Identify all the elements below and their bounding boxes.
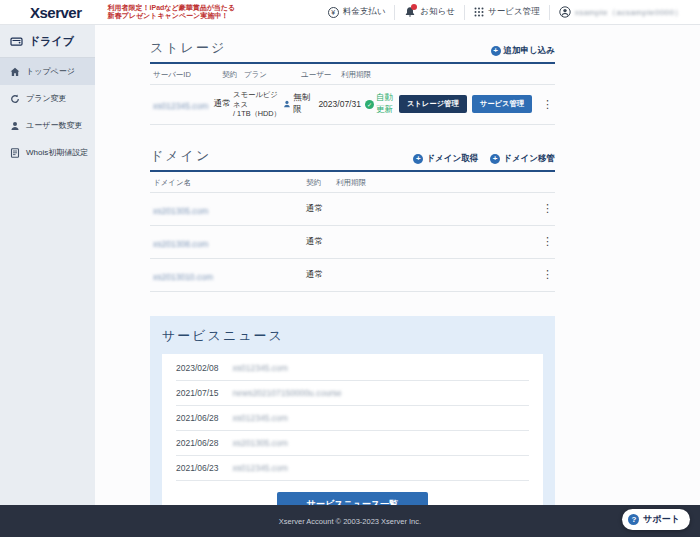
kebab-menu-icon[interactable]: ⋮ — [540, 236, 555, 247]
news-item: 2023/02/08 xs012345.com — [176, 356, 529, 381]
contract-value: 通常 — [306, 203, 336, 215]
contract-value: 通常 — [214, 98, 233, 110]
news-link[interactable]: news202107150000u.course — [233, 388, 342, 398]
service-manage-button[interactable]: サービス管理 — [472, 95, 532, 113]
domain-section: ドメイン + ドメイン取得 + ドメイン移管 ドメイン名 契約 利用期限 xs2… — [150, 147, 555, 292]
header-nav: ¥ 料金支払い お知らせ サービス管理 xsample（acsample0000… — [319, 0, 692, 24]
news-item: 2021/06/28 xs012345.com — [176, 406, 529, 431]
top-header: Xserver 利用者限定！iPadなど豪華賞品が当たる 新春プレゼントキャンペ… — [0, 0, 700, 25]
drive-icon — [10, 35, 23, 48]
news-link[interactable]: xs012345.com — [233, 413, 288, 423]
account-name-redacted: xsample（acsample0000） — [575, 7, 683, 18]
col-expire: 利用期限 — [336, 178, 366, 188]
document-icon — [10, 148, 20, 158]
news-link[interactable]: xs012345.com — [233, 463, 288, 473]
col-contract: 契約 — [306, 178, 336, 188]
domain-name-link[interactable]: xs201308.com — [153, 239, 208, 249]
domain-get-label: ドメイン取得 — [426, 153, 478, 165]
sidebar-item-top-page[interactable]: トップページ — [0, 58, 95, 85]
auto-renewal-badge: ✓ 自動更新 — [365, 92, 399, 116]
col-expire: 利用期限 — [341, 70, 371, 80]
plus-circle-icon: + — [491, 46, 501, 56]
domain-name-link[interactable]: xs201305.com — [153, 206, 208, 216]
news-link[interactable]: xs201305.com — [233, 438, 288, 448]
sidebar: ドライブ トップページ プラン変更 ユーザー数変更 Whois初期値設定 — [0, 25, 95, 505]
sidebar-item-plan-change[interactable]: プラン変更 — [0, 85, 95, 112]
campaign-banner[interactable]: 利用者限定！iPadなど豪華賞品が当たる 新春プレゼントキャンペーン実施中！ — [108, 4, 236, 21]
kebab-menu-icon[interactable]: ⋮ — [540, 99, 555, 110]
refresh-icon — [10, 94, 20, 104]
support-button[interactable]: ? サポート — [622, 509, 690, 530]
plus-circle-icon: + — [413, 154, 423, 164]
bell-icon — [404, 6, 416, 18]
notice-label: お知らせ — [420, 6, 455, 18]
service-manage-menu-item[interactable]: サービス管理 — [464, 5, 549, 20]
domain-name-link[interactable]: xs2013010.com — [153, 272, 213, 282]
service-manage-label: サービス管理 — [488, 6, 540, 18]
news-list-button[interactable]: サービスニュース一覧 — [277, 492, 428, 506]
sidebar-item-label: Whois初期値設定 — [26, 147, 88, 158]
account-menu-item[interactable]: xsample（acsample0000） — [549, 5, 692, 20]
sidebar-item-user-count[interactable]: ユーザー数変更 — [0, 112, 95, 139]
domain-transfer-label: ドメイン移管 — [503, 153, 555, 165]
sidebar-item-whois-settings[interactable]: Whois初期値設定 — [0, 139, 95, 166]
contract-value: 通常 — [306, 269, 336, 281]
question-circle-icon: ? — [628, 514, 639, 525]
footer: Xserver Account © 2003-2023 Xserver Inc. — [0, 505, 700, 537]
col-plan: プラン — [244, 70, 301, 80]
news-date: 2021/06/28 — [176, 438, 219, 448]
user-icon — [10, 121, 20, 131]
news-date: 2021/06/28 — [176, 413, 219, 423]
col-server-id: サーバーID — [150, 70, 222, 80]
campaign-line-2: 新春プレゼントキャンペーン実施中！ — [108, 12, 236, 21]
domain-table-row: xs2013010.com 通常 ⋮ — [150, 259, 555, 292]
service-news-title: サービスニュース — [162, 327, 543, 345]
kebab-menu-icon[interactable]: ⋮ — [540, 269, 555, 280]
service-news-section: サービスニュース 2023/02/08 xs012345.com 2021/07… — [150, 316, 555, 506]
service-news-card: 2023/02/08 xs012345.com 2021/07/15 news2… — [162, 354, 543, 506]
domain-table-row: xs201308.com 通常 ⋮ — [150, 226, 555, 259]
storage-section: ストレージ + 追加申し込み サーバーID 契約 プラン ユーザー 利用期限 x… — [150, 39, 555, 125]
col-domain-name: ドメイン名 — [150, 178, 306, 188]
col-contract: 契約 — [222, 70, 244, 80]
main-area: ストレージ + 追加申し込み サーバーID 契約 プラン ユーザー 利用期限 x… — [95, 25, 700, 505]
domain-table-header: ドメイン名 契約 利用期限 — [150, 172, 555, 193]
billing-label: 料金支払い — [343, 6, 386, 18]
sidebar-item-label: プラン変更 — [26, 93, 67, 104]
expire-date: 2023/07/31 — [318, 99, 361, 109]
user-circle-icon — [559, 6, 571, 18]
plus-circle-icon: + — [490, 154, 500, 164]
grid-icon — [474, 7, 484, 17]
domain-section-title: ドメイン — [150, 147, 211, 165]
domain-table-row: xs201305.com 通常 ⋮ — [150, 193, 555, 226]
news-item: 2021/07/15 news202107150000u.course — [176, 381, 529, 406]
domain-transfer-link[interactable]: + ドメイン移管 — [490, 153, 555, 165]
storage-section-title: ストレージ — [150, 39, 226, 57]
domain-get-link[interactable]: + ドメイン取得 — [413, 153, 478, 165]
news-item: 2021/06/23 xs012345.com — [176, 456, 529, 481]
contract-value: 通常 — [306, 236, 336, 248]
campaign-line-1: 利用者限定！iPadなど豪華賞品が当たる — [108, 4, 236, 13]
sidebar-drive-label: ドライブ — [29, 34, 74, 49]
storage-add-link[interactable]: + 追加申し込み — [491, 45, 555, 57]
news-link[interactable]: xs012345.com — [233, 363, 288, 373]
home-icon — [10, 67, 20, 77]
person-icon — [283, 100, 291, 108]
storage-table-row: xs012345.com 通常 スモールビジネス / 1TB（HDD） 無制限 … — [150, 85, 555, 125]
news-date: 2021/06/23 — [176, 463, 219, 473]
sidebar-item-drive[interactable]: ドライブ — [0, 25, 95, 58]
check-circle-icon: ✓ — [365, 100, 374, 109]
billing-menu-item[interactable]: ¥ 料金支払い — [319, 5, 395, 20]
notice-menu-item[interactable]: お知らせ — [394, 5, 464, 20]
col-users: ユーザー — [301, 70, 341, 80]
xserver-logo[interactable]: Xserver — [30, 4, 82, 21]
server-id-link[interactable]: xs012345.com — [153, 101, 208, 111]
plan-name: スモールビジネス — [233, 90, 283, 109]
news-date: 2023/02/08 — [176, 363, 219, 373]
storage-add-label: 追加申し込み — [504, 45, 555, 57]
storage-manage-button[interactable]: ストレージ管理 — [399, 95, 467, 113]
news-item: 2021/06/28 xs201305.com — [176, 431, 529, 456]
sidebar-item-label: トップページ — [26, 66, 75, 77]
copyright-text: Xserver Account © 2003-2023 Xserver Inc. — [279, 517, 421, 526]
kebab-menu-icon[interactable]: ⋮ — [540, 203, 555, 214]
